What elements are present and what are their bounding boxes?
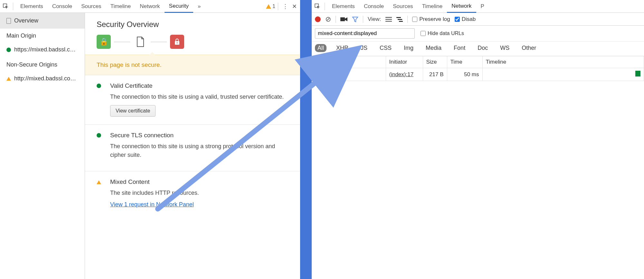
devtools-network-pane: Elements Console Sources Timeline Networ…	[312, 0, 644, 279]
tab-sources[interactable]: Sources	[388, 0, 417, 13]
pill-media[interactable]: Media	[423, 44, 444, 52]
sidebar-group-main-origin: Main Origin	[0, 29, 85, 42]
tab-truncated[interactable]: P	[476, 0, 484, 13]
security-sidebar: Overview Main Origin https://mixed.badss…	[0, 13, 85, 279]
section-mixed-content: Mixed Content The site includes HTTP res…	[85, 171, 300, 216]
timeline-bar-icon	[635, 71, 640, 76]
svg-rect-10	[399, 21, 403, 22]
network-toolbar: ⊘ View: Preserve log Disab	[312, 13, 644, 26]
warning-icon	[6, 77, 11, 81]
section-heading: Mixed Content	[110, 178, 289, 185]
network-requests-table: Name Initiator Size Time Timeline image.…	[312, 56, 644, 81]
status-dot-icon	[97, 84, 101, 88]
sidebar-item-nonsecure-origin[interactable]: http://mixed.badssl.co…	[0, 71, 85, 86]
view-list-icon[interactable]	[385, 17, 392, 22]
filter-icon[interactable]	[352, 16, 358, 22]
status-dot-icon	[97, 133, 101, 138]
tab-sources[interactable]: Sources	[77, 0, 106, 13]
svg-rect-4	[340, 17, 345, 21]
sidebar-item-overview[interactable]: Overview	[0, 13, 85, 29]
inspect-icon[interactable]	[1, 2, 10, 11]
preserve-log-checkbox[interactable]: Preserve log	[412, 16, 450, 22]
view-certificate-button[interactable]: View certificate	[110, 105, 156, 117]
sidebar-item-main-origin[interactable]: https://mixed.badssl.c…	[0, 42, 85, 58]
cell-initiator[interactable]: (index):17	[389, 71, 414, 77]
devtools-tabbar-right: Elements Console Sources Timeline Networ…	[312, 0, 644, 13]
svg-rect-5	[385, 17, 392, 18]
sidebar-group-nonsecure: Non-Secure Origins	[0, 58, 85, 71]
overview-label: Overview	[14, 17, 38, 24]
tab-elements[interactable]: Elements	[327, 0, 359, 13]
tab-more[interactable]: »	[193, 0, 205, 13]
hide-data-urls-label: Hide data URLs	[428, 31, 464, 36]
svg-text:✕: ✕	[176, 41, 178, 44]
pill-all[interactable]: All	[315, 44, 327, 52]
svg-rect-9	[398, 19, 402, 20]
resource-type-filters: All XHR JS CSS Img Media Font Doc WS Oth…	[312, 41, 644, 56]
section-tls-connection: Secure TLS connection The connection to …	[85, 125, 300, 171]
tab-network[interactable]: Network	[135, 0, 164, 13]
disable-cache-checkbox[interactable]: Disab	[455, 16, 476, 22]
preserve-log-label: Preserve log	[419, 16, 450, 22]
pill-css[interactable]: CSS	[377, 44, 394, 52]
pane-divider	[300, 0, 312, 279]
pill-ws[interactable]: WS	[497, 44, 512, 52]
cell-name: image.jpg	[323, 71, 346, 77]
tab-security[interactable]: Security	[165, 0, 193, 13]
pill-xhr[interactable]: XHR	[334, 44, 351, 52]
tab-console[interactable]: Console	[48, 0, 77, 13]
col-initiator[interactable]: Initiator	[386, 56, 423, 68]
error-warning-count[interactable]: 1	[266, 4, 275, 9]
tab-timeline[interactable]: Timeline	[106, 0, 136, 13]
security-status-chain: 🔒 ✕	[97, 35, 289, 49]
lock-secure-icon: 🔒	[97, 35, 111, 49]
record-button[interactable]	[315, 16, 321, 22]
pill-doc[interactable]: Doc	[475, 44, 490, 52]
network-filter-bar: Hide data URLs	[312, 26, 644, 41]
view-label: View:	[368, 16, 381, 22]
section-valid-certificate: Valid Certificate The connection to this…	[85, 75, 300, 125]
clear-icon[interactable]: ⊘	[325, 15, 331, 23]
view-requests-link[interactable]: View 1 request in Network Panel	[110, 201, 194, 208]
section-body: The connection to this site is using a s…	[110, 142, 289, 159]
filter-input[interactable]	[315, 28, 415, 39]
lock-insecure-icon: ✕	[170, 35, 184, 49]
warning-number: 1	[272, 4, 275, 9]
warning-icon	[266, 4, 271, 9]
security-overview-content: Security Overview 🔒 ✕ This page is not s…	[85, 13, 300, 279]
tab-elements[interactable]: Elements	[16, 0, 48, 13]
pill-font[interactable]: Font	[451, 44, 468, 52]
devtools-security-pane: Elements Console Sources Timeline Networ…	[0, 0, 300, 279]
svg-rect-7	[385, 21, 392, 22]
pill-img[interactable]: Img	[401, 44, 416, 52]
main-origin-text: https://mixed.badssl.c…	[14, 46, 76, 53]
hide-data-urls-checkbox[interactable]: Hide data URLs	[421, 31, 464, 36]
col-name[interactable]: Name	[312, 56, 386, 68]
disable-cache-label: Disab	[462, 16, 476, 22]
table-row[interactable]: image.jpg (index):17 217 B 50 ms	[312, 68, 644, 81]
file-icon	[6, 18, 11, 24]
pill-other[interactable]: Other	[519, 44, 539, 52]
view-waterfall-icon[interactable]	[396, 17, 403, 22]
inspect-icon[interactable]	[313, 2, 322, 11]
col-time[interactable]: Time	[447, 56, 482, 68]
devtools-tabbar-left: Elements Console Sources Timeline Networ…	[0, 0, 300, 13]
nonsecure-origin-text: http://mixed.badssl.co…	[14, 75, 76, 82]
svg-rect-8	[396, 17, 401, 18]
col-size[interactable]: Size	[423, 56, 447, 68]
col-timeline[interactable]: Timeline	[482, 56, 644, 68]
tab-console[interactable]: Console	[359, 0, 388, 13]
file-thumbnail-icon	[315, 72, 321, 77]
camera-icon[interactable]	[340, 17, 347, 22]
pill-js[interactable]: JS	[358, 44, 370, 52]
close-icon[interactable]: ✕	[290, 2, 299, 11]
svg-rect-6	[385, 19, 392, 20]
cell-time: 50 ms	[447, 68, 482, 81]
kebab-menu-icon[interactable]: ⋮	[281, 2, 290, 11]
tab-timeline[interactable]: Timeline	[418, 0, 447, 13]
warning-icon	[97, 180, 101, 184]
section-body: The site includes HTTP resources.	[110, 189, 289, 197]
tab-network[interactable]: Network	[447, 0, 476, 13]
insecure-banner: This page is not secure.	[85, 55, 300, 75]
section-heading: Valid Certificate	[110, 82, 289, 89]
